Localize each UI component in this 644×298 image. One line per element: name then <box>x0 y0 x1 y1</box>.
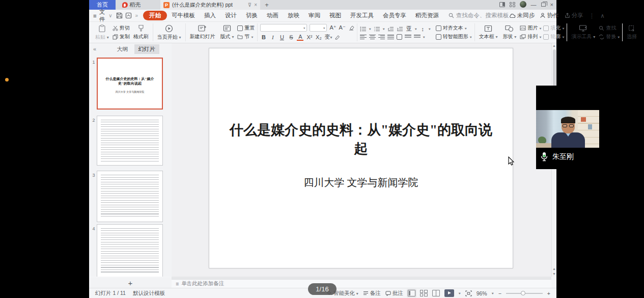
clear-format-icon[interactable] <box>348 25 354 31</box>
save-icon[interactable] <box>116 12 123 19</box>
notes-bar[interactable]: ≡ 单击此处添加备注 <box>172 279 551 288</box>
textbox-button[interactable]: 文本框 ▾ <box>478 25 499 40</box>
justify-icon[interactable] <box>387 35 394 40</box>
slide-edit-area[interactable]: 什么是媒介史的史料：从"媒介史"的取向说起 四川大学 文学与新闻学院 <box>172 43 551 277</box>
select-button[interactable]: 选择 <box>625 25 638 40</box>
cut-button[interactable]: 剪切 <box>113 24 130 32</box>
menu-item-view[interactable]: 视图 <box>325 11 346 20</box>
menu-item-slideshow[interactable]: 放映 <box>283 11 304 20</box>
subscript-button[interactable]: X₂ <box>315 34 322 40</box>
increase-font-icon[interactable]: A⁺ <box>329 24 336 31</box>
tab-pin-icon[interactable]: ⊽ <box>248 2 251 8</box>
underline-button[interactable]: U <box>278 34 285 40</box>
distribute-icon[interactable] <box>397 34 402 40</box>
add-slide-button[interactable]: + <box>89 278 172 288</box>
account-avatar[interactable] <box>520 1 526 8</box>
columns-icon[interactable] <box>405 35 411 40</box>
scroll-down-icon[interactable]: ▲▼ <box>552 266 556 277</box>
new-slide-button[interactable]: 新建幻灯片 <box>188 24 217 40</box>
fit-to-window-icon[interactable] <box>465 290 472 296</box>
normal-view-button[interactable] <box>408 290 415 296</box>
slide-canvas[interactable]: 什么是媒介史的史料：从"媒介史"的取向说起 四川大学 文学与新闻学院 <box>209 48 513 268</box>
menu-item-insert[interactable]: 插入 <box>200 11 220 20</box>
find-button[interactable]: 查找 <box>599 24 620 32</box>
export-pdf-icon[interactable] <box>125 12 132 19</box>
notes-toggle-button[interactable]: 备注 <box>363 290 381 297</box>
hamburger-icon[interactable]: ≡ <box>93 13 97 19</box>
workspace-grid-icon[interactable] <box>510 2 515 7</box>
tab-close-icon[interactable]: × <box>254 2 257 8</box>
layout-mode-icon[interactable] <box>499 2 505 7</box>
collapse-panel-button[interactable]: « <box>89 46 100 52</box>
shape-button[interactable]: 形状 ▾ <box>501 25 518 40</box>
format-painter-button[interactable]: 格式刷 <box>132 24 150 40</box>
align-left-icon[interactable] <box>360 35 367 40</box>
line-spacing-icon[interactable]: ↕ <box>419 26 426 32</box>
new-tab-button[interactable]: + <box>260 0 273 10</box>
font-size-select[interactable]: ▾ <box>310 24 327 32</box>
slide-thumbnail-3[interactable] <box>97 171 163 222</box>
font-family-select[interactable]: ▾ <box>260 24 307 32</box>
zoom-slider-knob[interactable] <box>521 291 525 295</box>
quickbar-more-icon[interactable]: » <box>135 13 138 18</box>
decrease-indent-icon[interactable] <box>387 26 394 32</box>
highlight-icon[interactable] <box>334 34 341 40</box>
share-button[interactable]: 分享 <box>565 12 583 19</box>
zoom-in-button[interactable]: + <box>547 290 550 296</box>
meeting-video-tile[interactable]: 朱至刚 <box>536 86 603 169</box>
picture-button[interactable]: 图片 ▾ <box>520 24 541 32</box>
decrease-font-icon[interactable]: A⁻ <box>339 24 346 31</box>
paste-button[interactable]: 粘贴 ▾ <box>94 24 110 41</box>
tab-outline[interactable]: 大纲 <box>113 44 132 54</box>
file-menu[interactable]: 文件 <box>99 8 105 23</box>
to-smart-graphic-button[interactable]: 转智能图形 ▾ <box>436 33 472 40</box>
menu-item-animation[interactable]: 动画 <box>262 11 283 20</box>
tab-slides[interactable]: 幻灯片 <box>134 44 159 54</box>
slide-thumbnail-4[interactable] <box>97 224 163 277</box>
collapse-ribbon-icon[interactable]: ∧ <box>600 12 604 19</box>
superscript-button[interactable]: X² <box>306 34 313 40</box>
presentation-tools-button[interactable]: 演示工具 ▾ <box>570 24 597 40</box>
slide-subtitle[interactable]: 四川大学 文学与新闻学院 <box>209 176 513 189</box>
zoom-slider[interactable] <box>506 293 543 294</box>
bullet-list-icon[interactable] <box>360 26 367 32</box>
sync-status[interactable]: 未同步 <box>509 12 535 19</box>
numbered-list-icon[interactable] <box>374 26 380 32</box>
slide-thumbnail-2[interactable] <box>97 116 163 166</box>
slide-thumbnail-1[interactable]: 什么是媒介史的史料：从"媒介史"的取向说起 四川大学 文学与新闻学院 <box>97 58 163 110</box>
reading-view-button[interactable] <box>432 290 440 296</box>
slide-title[interactable]: 什么是媒介史的史料：从"媒介史"的取向说起 <box>229 121 493 158</box>
kebab-menu-icon[interactable]: ⋮ <box>589 12 595 19</box>
italic-button[interactable]: I <box>269 34 276 40</box>
minimize-button[interactable]: — <box>531 2 537 7</box>
fill-button[interactable]: 填充 ▾ <box>543 24 564 32</box>
section-button[interactable]: 节 ▾ <box>237 33 255 40</box>
zoom-level[interactable]: 96% <box>477 290 487 296</box>
zoom-out-button[interactable]: − <box>498 290 501 296</box>
scroll-up-icon[interactable]: ▲ <box>552 43 556 48</box>
collaborate-button[interactable]: 协作 <box>540 12 558 19</box>
paragraph-spacing-icon[interactable] <box>414 35 421 40</box>
menu-item-transition[interactable]: 切换 <box>241 11 262 20</box>
increase-indent-icon[interactable] <box>397 26 403 32</box>
text-direction-icon[interactable]: 亚 <box>406 25 412 33</box>
close-button[interactable]: × <box>550 2 553 7</box>
menu-item-keniu-templates[interactable]: 可牛模板 <box>167 11 200 20</box>
slideshow-play-button[interactable] <box>444 289 454 297</box>
strikethrough-button[interactable]: S <box>288 34 294 40</box>
replace-button[interactable]: 替换 ▾ <box>599 33 620 40</box>
slide-sorter-view-button[interactable] <box>420 290 428 296</box>
align-center-icon[interactable] <box>369 35 376 40</box>
menu-item-design[interactable]: 设计 <box>220 11 241 20</box>
outline-button[interactable]: 轮廓 ▾ <box>543 33 564 40</box>
menu-item-home[interactable]: 开始 <box>143 11 167 20</box>
copy-button[interactable]: 复制 <box>113 33 130 40</box>
bold-button[interactable]: B <box>260 34 267 40</box>
menu-item-member[interactable]: 会员专享 <box>378 11 411 20</box>
menu-item-review[interactable]: 审阅 <box>304 11 325 20</box>
restore-button[interactable] <box>541 3 546 7</box>
layout-button[interactable]: 版式 ▾ <box>219 24 236 40</box>
menu-item-docer-resources[interactable]: 稻壳资源 <box>411 11 443 20</box>
play-options-caret-icon[interactable]: ▾ <box>459 291 461 295</box>
reset-button[interactable]: 重置 <box>237 24 255 32</box>
